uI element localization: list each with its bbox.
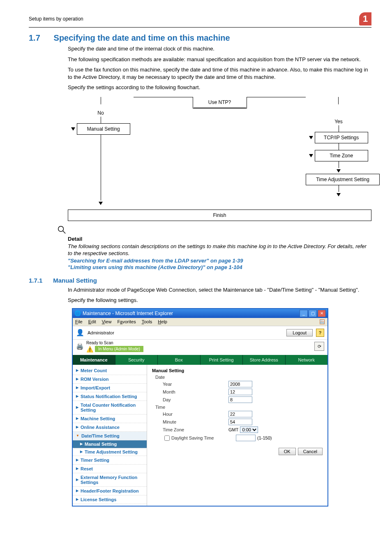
nav-import-export[interactable]: ▶Import/Export	[73, 384, 147, 392]
window-title: Maintenance - Microsoft Internet Explore…	[83, 311, 173, 316]
subsection-paragraph: Specify the following settings.	[68, 297, 371, 304]
menu-bar: File Edit View Favorites Tools Help 🪟	[73, 318, 327, 326]
detail-link-active-directory[interactable]: "Limiting users using this machine (Acti…	[68, 264, 371, 270]
tab-security[interactable]: Security	[115, 355, 158, 365]
triangle-right-icon: ▶	[76, 405, 78, 409]
tab-print-setting[interactable]: Print Setting	[201, 355, 243, 365]
time-section-label: Time	[155, 405, 323, 410]
menu-edit[interactable]: Edit	[88, 319, 96, 325]
day-label: Day	[163, 397, 228, 402]
tab-network[interactable]: Network	[286, 355, 328, 365]
nav-license-settings[interactable]: ▶License Settings	[73, 495, 147, 504]
section-paragraph: The following specification methods are …	[68, 56, 371, 63]
cancel-button[interactable]: Cancel	[298, 448, 323, 455]
flowchart-timezone-box: Time Zone	[315, 150, 368, 161]
detail-link-ldap[interactable]: "Searching for E-mail addresses from the…	[68, 258, 371, 264]
content-pane: Manual Setting Date Year Month Da	[147, 365, 327, 506]
printer-status-icon: 🖨️	[76, 343, 84, 350]
triangle-right-icon: ▶	[76, 417, 78, 420]
date-section-label: Date	[155, 375, 323, 380]
menu-view[interactable]: View	[102, 319, 112, 325]
triangle-right-icon: ▶	[76, 478, 78, 481]
subsection-paragraph: In Administrator mode of PageScope Web C…	[68, 286, 371, 294]
triangle-right-icon: ▶	[76, 425, 78, 429]
nav-total-counter-notification[interactable]: ▶Total Counter Notification Setting	[73, 401, 147, 415]
flowchart-no-label: No	[68, 110, 134, 116]
minimize-button[interactable]: _	[300, 310, 308, 317]
triangle-right-icon: ▶	[76, 497, 78, 501]
dst-range: (1-150)	[257, 435, 272, 440]
triangle-right-icon: ▶	[76, 386, 78, 389]
flowchart-finish-box: Finish	[68, 210, 371, 221]
svg-line-1	[63, 230, 65, 233]
nav-machine-setting[interactable]: ▶Machine Setting	[73, 415, 147, 423]
detail-label: Detail	[68, 236, 371, 242]
nav-online-assistance[interactable]: ▶Online Assistance	[73, 423, 147, 432]
triangle-right-icon: ▶	[76, 368, 78, 372]
subsection-title-text: Manual Setting	[53, 277, 97, 284]
dst-input[interactable]	[236, 435, 256, 441]
day-input[interactable]	[228, 396, 252, 403]
ie-flag-icon: 🪟	[319, 319, 325, 325]
nav-sub-time-adjustment[interactable]: ▶Time Adjustment Setting	[73, 448, 147, 456]
magnifier-icon	[57, 225, 371, 237]
timezone-select[interactable]: 0:00	[240, 426, 258, 433]
nav-meter-count[interactable]: ▶Meter Count	[73, 366, 147, 375]
tab-maintenance[interactable]: Maintenance	[73, 355, 115, 365]
mode-strip: In Menu (Admin Mode)	[95, 346, 143, 352]
svg-point-0	[58, 226, 64, 231]
section-paragraph: To use the fax function on this machine,…	[68, 66, 371, 81]
dst-checkbox[interactable]	[164, 435, 170, 441]
flowchart-decision: Use NTP?	[194, 97, 246, 108]
menu-help[interactable]: Help	[158, 319, 167, 325]
breadcrumb: Setup items by operation	[29, 16, 83, 22]
refresh-button[interactable]: ⟳	[314, 342, 324, 351]
flowchart-manual-setting-box: Manual Setting	[77, 123, 130, 135]
hour-input[interactable]	[228, 411, 252, 417]
ie-logo-icon: 🌐	[74, 310, 81, 316]
subsection-heading: 1.7.1 Manual Setting	[29, 277, 371, 284]
left-nav: ▶Meter Count ▶ROM Version ▶Import/Export…	[73, 365, 147, 506]
month-input[interactable]	[228, 389, 252, 395]
ok-button[interactable]: OK	[279, 448, 296, 455]
hour-label: Hour	[163, 412, 228, 417]
close-button[interactable]: ✕	[318, 310, 326, 317]
flowchart-yes-label: Yes	[306, 119, 371, 124]
tab-store-address[interactable]: Store Address	[243, 355, 286, 365]
logout-button[interactable]: Logout	[286, 329, 313, 336]
mode-indicator-icon: ⚠️	[86, 346, 93, 352]
nav-date-time-setting[interactable]: ▼Date/Time Setting	[73, 432, 147, 440]
tab-box[interactable]: Box	[158, 355, 201, 365]
detail-text: The following sections contain descripti…	[68, 243, 371, 257]
minute-input[interactable]	[228, 419, 252, 425]
flowchart-tcpip-box: TCP/IP Settings	[315, 132, 368, 143]
year-input[interactable]	[228, 381, 252, 387]
dst-label: Daylight Saving Time	[171, 435, 214, 440]
detail-note: Detail The following sections contain de…	[68, 225, 371, 270]
nav-header-footer[interactable]: ▶Header/Footer Registration	[73, 487, 147, 495]
admin-mode-label: Administrator	[88, 330, 114, 335]
section-heading: 1.7 Specifying the date and time on this…	[29, 33, 371, 43]
section-paragraph: Specify the settings according to the fo…	[68, 84, 371, 91]
triangle-right-icon: ▶	[76, 394, 78, 398]
nav-reset[interactable]: ▶Reset	[73, 465, 147, 473]
nav-sub-manual-setting[interactable]: ▶Manual Setting	[73, 440, 147, 448]
maximize-button[interactable]: ▢	[309, 310, 317, 317]
flowchart-time-adj-box: Time Adjustment Setting	[306, 174, 380, 185]
triangle-right-icon: ▶	[80, 450, 83, 454]
menu-favorites[interactable]: Favorites	[117, 319, 136, 325]
form-title: Manual Setting	[152, 368, 323, 373]
minute-label: Minute	[163, 419, 228, 424]
nav-rom-version[interactable]: ▶ROM Version	[73, 375, 147, 384]
subsection-number: 1.7.1	[29, 277, 51, 284]
nav-timer-setting[interactable]: ▶Timer Setting	[73, 456, 147, 465]
triangle-down-icon: ▼	[76, 434, 79, 438]
menu-tools[interactable]: Tools	[142, 319, 152, 325]
year-label: Year	[163, 382, 228, 387]
triangle-right-icon: ▶	[80, 442, 83, 446]
help-button[interactable]: ?	[316, 329, 324, 337]
nav-status-notification[interactable]: ▶Status Notification Setting	[73, 392, 147, 401]
nav-external-memory[interactable]: ▶External Memory Function Settings	[73, 473, 147, 487]
menu-file[interactable]: File	[75, 319, 83, 325]
section-paragraph: Specify the date and time of the interna…	[68, 45, 371, 53]
